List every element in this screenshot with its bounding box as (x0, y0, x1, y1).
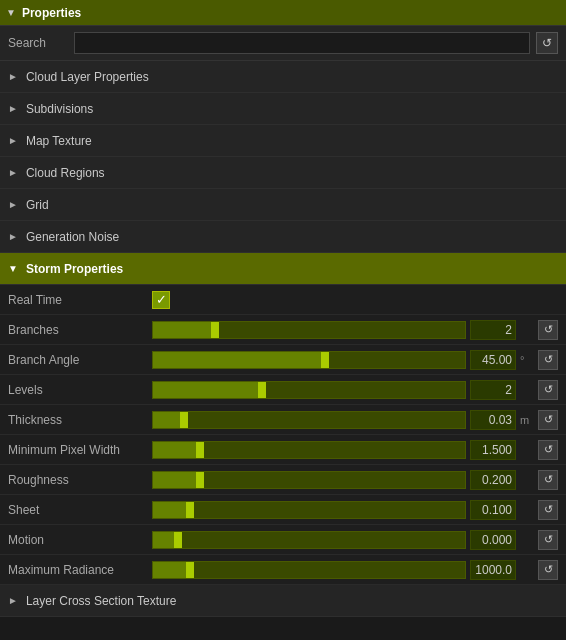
thickness-unit: m (520, 414, 534, 426)
prop-label-branch-angle: Branch Angle (8, 353, 148, 367)
roughness-slider-thumb (196, 472, 204, 488)
max-radiance-value[interactable]: 1000.0 (470, 560, 516, 580)
motion-value[interactable]: 0.000 (470, 530, 516, 550)
motion-reset-button[interactable]: ↺ (538, 530, 558, 550)
max-radiance-reset-button[interactable]: ↺ (538, 560, 558, 580)
section-cloud-regions[interactable]: ► Cloud Regions (0, 157, 566, 189)
thickness-reset-button[interactable]: ↺ (538, 410, 558, 430)
section-subdivisions[interactable]: ► Subdivisions (0, 93, 566, 125)
prop-row-min-pixel-width: Minimum Pixel Width 1.500 ↺ (0, 435, 566, 465)
sheet-slider-fill (153, 502, 190, 518)
prop-label-sheet: Sheet (8, 503, 148, 517)
storm-header-label: Storm Properties (26, 262, 123, 276)
section-arrow-generation-noise: ► (8, 231, 18, 242)
prop-row-sheet: Sheet 0.100 ↺ (0, 495, 566, 525)
prop-label-thickness: Thickness (8, 413, 148, 427)
max-radiance-slider[interactable] (152, 561, 466, 579)
properties-header[interactable]: ▼ Properties (0, 0, 566, 26)
section-arrow-grid: ► (8, 199, 18, 210)
search-label: Search (8, 36, 68, 50)
section-arrow-cloud-regions: ► (8, 167, 18, 178)
min-pixel-width-slider-fill (153, 442, 200, 458)
branch-angle-slider[interactable] (152, 351, 466, 369)
thickness-slider[interactable] (152, 411, 466, 429)
branch-angle-slider-fill (153, 352, 325, 368)
levels-value[interactable]: 2 (470, 380, 516, 400)
prop-label-real-time: Real Time (8, 293, 148, 307)
prop-label-branches: Branches (8, 323, 148, 337)
branch-angle-value[interactable]: 45.00 (470, 350, 516, 370)
roughness-slider-fill (153, 472, 200, 488)
section-label-layer-cross-section: Layer Cross Section Texture (26, 594, 177, 608)
prop-label-motion: Motion (8, 533, 148, 547)
section-arrow-map-texture: ► (8, 135, 18, 146)
levels-slider[interactable] (152, 381, 466, 399)
storm-properties-header[interactable]: ▼ Storm Properties (0, 253, 566, 285)
max-radiance-slider-thumb (186, 562, 194, 578)
branches-reset-button[interactable]: ↺ (538, 320, 558, 340)
section-arrow-layer-cross-section: ► (8, 595, 18, 606)
section-arrow-cloud-layer: ► (8, 71, 18, 82)
motion-slider[interactable] (152, 531, 466, 549)
section-generation-noise[interactable]: ► Generation Noise (0, 221, 566, 253)
section-cloud-layer[interactable]: ► Cloud Layer Properties (0, 61, 566, 93)
section-arrow-subdivisions: ► (8, 103, 18, 114)
section-label-map-texture: Map Texture (26, 134, 92, 148)
header-title: Properties (22, 6, 81, 20)
search-row: Search ↺ (0, 26, 566, 61)
prop-row-levels: Levels 2 ↺ (0, 375, 566, 405)
prop-label-min-pixel-width: Minimum Pixel Width (8, 443, 148, 457)
prop-label-levels: Levels (8, 383, 148, 397)
branches-value[interactable]: 2 (470, 320, 516, 340)
checkbox-wrapper-real-time: ✓ (152, 291, 466, 309)
sheet-value[interactable]: 0.100 (470, 500, 516, 520)
section-label-generation-noise: Generation Noise (26, 230, 119, 244)
prop-row-branch-angle: Branch Angle 45.00 ° ↺ (0, 345, 566, 375)
thickness-slider-thumb (180, 412, 188, 428)
branches-slider-fill (153, 322, 215, 338)
branch-angle-slider-thumb (321, 352, 329, 368)
sheet-slider-thumb (186, 502, 194, 518)
prop-row-real-time: Real Time ✓ ✓ (0, 285, 566, 315)
prop-row-max-radiance: Maximum Radiance 1000.0 ↺ (0, 555, 566, 585)
section-label-cloud-layer: Cloud Layer Properties (26, 70, 149, 84)
branches-slider-thumb (211, 322, 219, 338)
header-collapse-arrow: ▼ (6, 7, 16, 18)
sheet-slider[interactable] (152, 501, 466, 519)
storm-collapse-arrow: ▼ (8, 263, 18, 274)
prop-row-thickness: Thickness 0.03 m ↺ (0, 405, 566, 435)
prop-row-roughness: Roughness 0.200 ↺ (0, 465, 566, 495)
levels-slider-thumb (258, 382, 266, 398)
levels-reset-button[interactable]: ↺ (538, 380, 558, 400)
section-layer-cross-section[interactable]: ► Layer Cross Section Texture (0, 585, 566, 617)
branches-slider[interactable] (152, 321, 466, 339)
section-label-cloud-regions: Cloud Regions (26, 166, 105, 180)
min-pixel-width-slider-thumb (196, 442, 204, 458)
checkbox-real-time[interactable]: ✓ (152, 291, 170, 309)
prop-label-roughness: Roughness (8, 473, 148, 487)
min-pixel-width-value[interactable]: 1.500 (470, 440, 516, 460)
search-input[interactable] (74, 32, 530, 54)
section-label-grid: Grid (26, 198, 49, 212)
branch-angle-unit: ° (520, 354, 534, 366)
min-pixel-width-reset-button[interactable]: ↺ (538, 440, 558, 460)
section-map-texture[interactable]: ► Map Texture (0, 125, 566, 157)
roughness-reset-button[interactable]: ↺ (538, 470, 558, 490)
max-radiance-slider-fill (153, 562, 190, 578)
motion-slider-thumb (174, 532, 182, 548)
roughness-slider[interactable] (152, 471, 466, 489)
prop-label-max-radiance: Maximum Radiance (8, 563, 148, 577)
prop-row-branches: Branches 2 ↺ (0, 315, 566, 345)
levels-slider-fill (153, 382, 262, 398)
sheet-reset-button[interactable]: ↺ (538, 500, 558, 520)
min-pixel-width-slider[interactable] (152, 441, 466, 459)
branch-angle-reset-button[interactable]: ↺ (538, 350, 558, 370)
section-grid[interactable]: ► Grid (0, 189, 566, 221)
prop-row-motion: Motion 0.000 ↺ (0, 525, 566, 555)
roughness-value[interactable]: 0.200 (470, 470, 516, 490)
section-label-subdivisions: Subdivisions (26, 102, 93, 116)
search-reset-button[interactable]: ↺ (536, 32, 558, 54)
thickness-value[interactable]: 0.03 (470, 410, 516, 430)
